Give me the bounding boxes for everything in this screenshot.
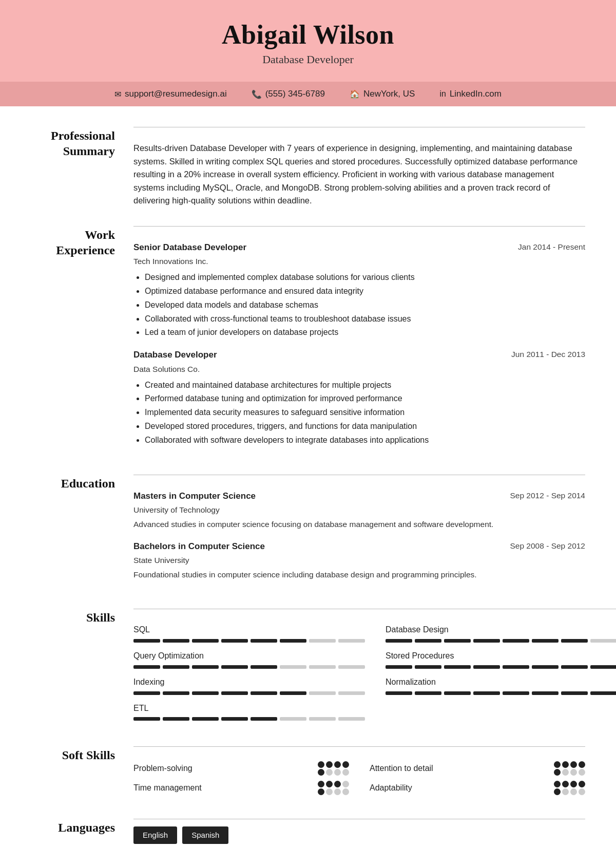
skill-segment xyxy=(386,639,412,643)
skill-segment xyxy=(163,639,189,643)
dot-row-2 xyxy=(554,769,585,776)
skill-segment xyxy=(338,639,365,643)
skill-segment xyxy=(338,665,365,669)
skill-segment xyxy=(386,691,412,695)
soft-skills-label: Soft Skills xyxy=(31,746,133,800)
dot xyxy=(570,769,577,776)
skill-segment xyxy=(415,691,441,695)
education-label: Education xyxy=(31,475,133,591)
skill-bar xyxy=(386,691,616,695)
skill-segment xyxy=(192,717,219,721)
skill-segment xyxy=(309,717,336,721)
soft-skills-right-col: Attention to detail Adaptability xyxy=(370,761,585,800)
degree-2-date: Sep 2008 - Sep 2012 xyxy=(510,540,585,552)
job-2-bullet-4: Developed stored procedures, triggers, a… xyxy=(145,420,585,433)
skill-segment xyxy=(590,639,616,643)
degree-2-header: Bachelors in Computer Science Sep 2008 -… xyxy=(133,540,585,553)
candidate-title: Database Developer xyxy=(31,53,585,66)
job-2-bullets: Created and maintained database architec… xyxy=(145,379,585,447)
dot xyxy=(554,761,561,768)
dot xyxy=(326,769,333,776)
skill-segment xyxy=(590,665,616,669)
contact-location: 🏠 NewYork, US xyxy=(350,89,415,99)
dot xyxy=(318,788,324,795)
dot-row-2 xyxy=(318,769,349,776)
dot xyxy=(326,781,333,787)
skill-item: Stored Procedures xyxy=(386,650,616,669)
skill-segment xyxy=(133,691,160,695)
job-2-title: Database Developer xyxy=(133,348,217,362)
skill-segment xyxy=(251,665,277,669)
location-icon: 🏠 xyxy=(350,89,360,99)
soft-skill-name: Problem-solving xyxy=(133,762,313,775)
summary-label: Professional Summary xyxy=(31,127,133,208)
skill-segment xyxy=(221,691,248,695)
dot-row-1 xyxy=(554,761,585,768)
skill-segment xyxy=(251,717,277,721)
dot xyxy=(342,769,349,776)
skill-segment xyxy=(280,691,306,695)
work-experience-section: Work Experience Senior Database Develope… xyxy=(31,226,585,456)
skill-segment xyxy=(251,639,277,643)
dot xyxy=(334,769,341,776)
dot xyxy=(342,761,349,768)
job-2-bullet-2: Performed database tuning and optimizati… xyxy=(145,392,585,405)
language-badge: English xyxy=(133,826,177,843)
header-section: Abigail Wilson Database Developer xyxy=(0,0,616,82)
skill-segment xyxy=(221,717,248,721)
work-experience-label: Work Experience xyxy=(31,226,133,456)
dot xyxy=(334,781,341,787)
soft-skill-row: Adaptability xyxy=(370,781,585,795)
skill-segment xyxy=(221,639,248,643)
skill-segment xyxy=(503,691,529,695)
soft-skills-left-col: Problem-solving Time management xyxy=(133,761,349,800)
skill-bar xyxy=(133,717,365,721)
candidate-name: Abigail Wilson xyxy=(31,20,585,50)
soft-skills-grid: Problem-solving Time management Attentio… xyxy=(133,761,585,800)
skill-segment xyxy=(133,717,160,721)
skill-bar xyxy=(133,691,365,695)
skill-segment xyxy=(163,665,189,669)
skill-segment xyxy=(386,665,412,669)
dot xyxy=(570,761,577,768)
skill-segment xyxy=(280,665,306,669)
skill-item: Normalization xyxy=(386,676,616,695)
job-1-bullet-2: Optimized database performance and ensur… xyxy=(145,285,585,298)
dot xyxy=(562,788,569,795)
skill-segment xyxy=(444,665,471,669)
job-1-date: Jan 2014 - Present xyxy=(518,241,585,253)
languages-section: Languages EnglishSpanish xyxy=(31,819,585,854)
dot xyxy=(318,781,324,787)
skill-segment xyxy=(561,665,588,669)
skills-label: Skills xyxy=(31,609,133,728)
dot xyxy=(579,788,585,795)
dot-row-1 xyxy=(318,761,349,768)
skill-segment xyxy=(280,639,306,643)
job-1-bullet-5: Led a team of junior developers on datab… xyxy=(145,326,585,339)
skill-segment xyxy=(561,691,588,695)
degree-2-school: State University xyxy=(133,554,585,567)
skill-name: Normalization xyxy=(386,676,616,689)
skill-segment xyxy=(473,691,500,695)
dot-row-2 xyxy=(318,788,349,795)
job-2-date: Jun 2011 - Dec 2013 xyxy=(511,348,585,361)
degree-2-desc: Foundational studies in computer science… xyxy=(133,569,585,581)
skill-segment xyxy=(221,665,248,669)
job-2-company: Data Solutions Co. xyxy=(133,363,585,375)
dot-rating xyxy=(554,781,585,795)
contact-linkedin: in LinkedIn.com xyxy=(439,89,502,99)
linkedin-icon: in xyxy=(439,89,446,99)
soft-skill-row: Time management xyxy=(133,781,349,795)
job-1-bullets: Designed and implemented complex databas… xyxy=(145,271,585,339)
skill-segment xyxy=(338,691,365,695)
skill-item: Indexing xyxy=(133,676,365,695)
skill-item: Query Optimization xyxy=(133,650,365,669)
dot-rating xyxy=(318,781,349,795)
skill-name: Indexing xyxy=(133,676,365,689)
degree-1-header: Masters in Computer Science Sep 2012 - S… xyxy=(133,490,585,503)
skills-section: Skills SQL Query Optimization Indexing E… xyxy=(31,609,585,728)
summary-section: Professional Summary Results-driven Data… xyxy=(31,127,585,208)
skills-grid: SQL Query Optimization Indexing ETL Data… xyxy=(133,624,616,728)
soft-skills-content: Problem-solving Time management Attentio… xyxy=(133,746,585,800)
skill-name: Database Design xyxy=(386,624,616,636)
